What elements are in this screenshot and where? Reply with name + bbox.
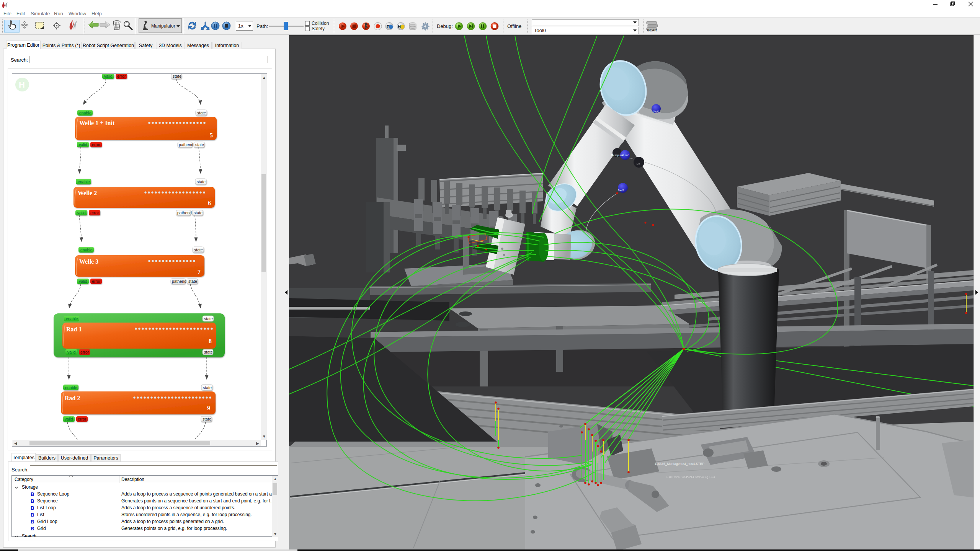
svg-text:error: error — [90, 210, 99, 215]
svg-text:enable: enable — [78, 179, 90, 184]
svg-text:enable: enable — [79, 111, 91, 115]
svg-text:H: H — [398, 24, 401, 29]
svg-text:9: 9 — [207, 405, 210, 411]
svg-text:Tool0: Tool0 — [653, 110, 659, 113]
svg-text:enable: enable — [80, 248, 93, 252]
svg-text:valid: valid — [79, 279, 87, 284]
svg-text:8: 8 — [209, 338, 212, 344]
svg-text:1 10 Rev Nr 4a4*4*14 Saw 4L 4g: 1 10 Rev Nr 4a4*4*14 Saw 4L 4g 10-4 — [666, 475, 715, 479]
svg-text:error: error — [80, 350, 89, 354]
svg-text:valid: valid — [65, 417, 73, 421]
svg-text:Tool2: Tool2 — [618, 189, 624, 192]
svg-text:state: state — [195, 142, 204, 147]
svg-text:error: error — [117, 74, 126, 78]
svg-text:Welle 2: Welle 2 — [78, 190, 97, 196]
svg-text:error: error — [92, 279, 101, 284]
svg-text:enable: enable — [65, 385, 77, 390]
svg-text:7: 7 — [198, 269, 201, 275]
svg-text:state: state — [203, 417, 211, 421]
svg-text:state: state — [173, 74, 181, 78]
svg-text:······: ······ — [746, 346, 750, 348]
svg-text:5: 5 — [210, 132, 213, 139]
svg-text:state: state — [204, 316, 213, 321]
svg-text:enable: enable — [66, 316, 78, 321]
svg-text:state: state — [194, 210, 203, 215]
svg-text:valid: valid — [104, 74, 113, 78]
svg-text:Rad 1: Rad 1 — [66, 326, 82, 333]
svg-text:H: H — [19, 80, 25, 90]
svg-text:state: state — [204, 350, 213, 354]
svg-text:state: state — [194, 248, 203, 252]
svg-text:Welle 3: Welle 3 — [79, 258, 98, 265]
svg-text:Rad 2: Rad 2 — [65, 395, 80, 401]
svg-text:pathend: pathend — [172, 279, 186, 284]
svg-text:state: state — [197, 111, 206, 115]
svg-text:116346_Montagenest_neu4.STEP: 116346_Montagenest_neu4.STEP — [655, 462, 704, 466]
svg-text:state: state — [197, 179, 206, 184]
svg-text:valid: valid — [77, 210, 86, 215]
svg-text:error: error — [78, 417, 87, 421]
svg-text:pathend: pathend — [179, 142, 193, 147]
svg-text:error: error — [92, 142, 101, 147]
svg-text:GEAR: GEAR — [647, 28, 657, 32]
svg-text:valid: valid — [67, 350, 76, 354]
svg-text:Messpunkt anf.: Messpunkt anf. — [611, 154, 629, 157]
svg-text:H2: H2 — [637, 163, 640, 166]
svg-text:state: state — [188, 279, 197, 284]
svg-text:6: 6 — [208, 200, 211, 206]
svg-text:valid: valid — [79, 142, 87, 147]
svg-text:pathend: pathend — [177, 210, 192, 215]
svg-text:state: state — [203, 385, 212, 390]
svg-text:Welle 1 + Init: Welle 1 + Init — [79, 120, 115, 126]
svg-text:P: P — [387, 24, 389, 29]
